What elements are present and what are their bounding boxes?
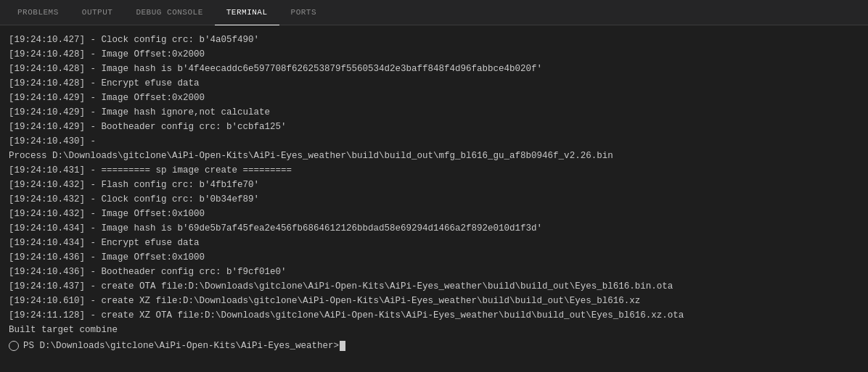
terminal-prompt-line: PS D:\Downloads\gitclone\AiPi-Open-Kits\… — [9, 339, 859, 353]
tab-ports[interactable]: PORTS — [279, 0, 329, 25]
terminal-line: [19:24:10.429] - Image hash ignore,not c… — [9, 105, 859, 120]
tab-bar: PROBLEMS OUTPUT DEBUG CONSOLE TERMINAL P… — [0, 0, 868, 25]
panel-container: PROBLEMS OUTPUT DEBUG CONSOLE TERMINAL P… — [0, 0, 868, 372]
prompt-text: PS D:\Downloads\gitclone\AiPi-Open-Kits\… — [23, 339, 339, 353]
terminal-line: [19:24:10.428] - Image Offset:0x2000 — [9, 47, 859, 62]
terminal-line: [19:24:10.429] - Image Offset:0x2000 — [9, 91, 859, 105]
terminal-line: [19:24:10.436] - Bootheader config crc: … — [9, 265, 859, 279]
terminal-line: Process D:\Downloads\gitclone\AiPi-Open-… — [9, 149, 859, 163]
terminal-line: [19:24:10.428] - Image hash is b'4f4eeca… — [9, 62, 859, 76]
tab-debug-console[interactable]: DEBUG CONSOLE — [124, 0, 214, 25]
prompt-icon — [9, 341, 19, 351]
terminal-line: [19:24:10.432] - Flash config crc: b'4fb… — [9, 178, 859, 192]
terminal-line: [19:24:10.610] - create XZ file:D:\Downl… — [9, 294, 859, 308]
terminal-line: [19:24:11.128] - create XZ OTA file:D:\D… — [9, 308, 859, 323]
tab-problems[interactable]: PROBLEMS — [6, 0, 70, 25]
tab-output[interactable]: OUTPUT — [70, 0, 125, 25]
terminal-line: [19:24:10.429] - Bootheader config crc: … — [9, 120, 859, 134]
terminal-line: [19:24:10.432] - Image Offset:0x1000 — [9, 207, 859, 221]
terminal-body: [19:24:10.427] - Clock config crc: b'4a0… — [0, 25, 868, 372]
terminal-line: [19:24:10.427] - Clock config crc: b'4a0… — [9, 33, 859, 47]
terminal-cursor — [340, 341, 345, 351]
tab-terminal[interactable]: TERMINAL — [215, 0, 279, 25]
terminal-line: [19:24:10.434] - Encrypt efuse data — [9, 236, 859, 250]
terminal-line: [19:24:10.428] - Encrypt efuse data — [9, 76, 859, 91]
terminal-line: [19:24:10.437] - create OTA file:D:\Down… — [9, 279, 859, 294]
terminal-line: [19:24:10.436] - Image Offset:0x1000 — [9, 250, 859, 265]
terminal-line: Built target combine — [9, 323, 859, 337]
terminal-line: [19:24:10.431] - ========= sp image crea… — [9, 163, 859, 178]
terminal-line: [19:24:10.434] - Image hash is b'69de5b7… — [9, 221, 859, 236]
terminal-line: [19:24:10.432] - Clock config crc: b'0b3… — [9, 192, 859, 207]
terminal-line: [19:24:10.430] - — [9, 134, 859, 149]
